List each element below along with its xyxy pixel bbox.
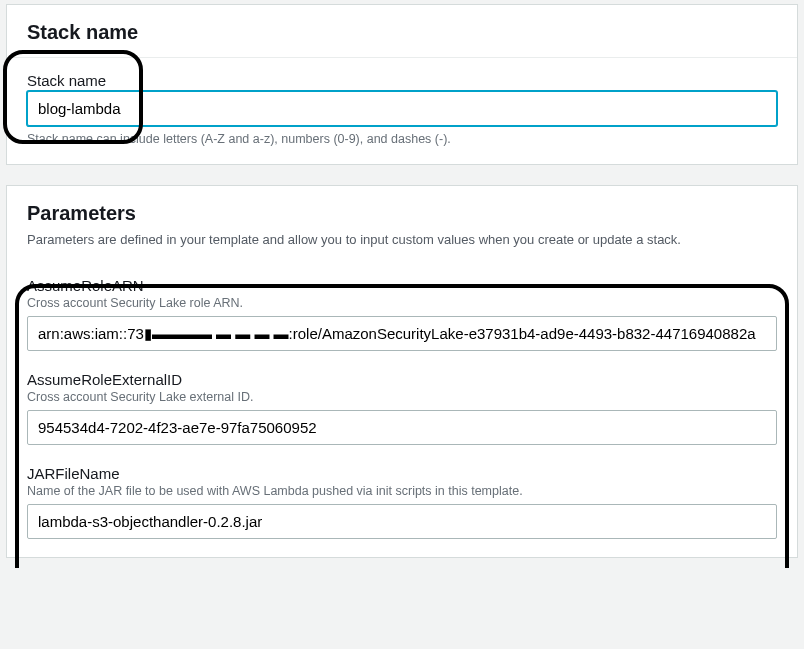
stack-name-helper: Stack name can include letters (A-Z and … [27,132,777,146]
stack-name-field-label: Stack name [27,72,777,89]
param-jarfilename-input[interactable] [27,504,777,539]
stack-name-header: Stack name [7,5,797,58]
parameters-subtitle: Parameters are defined in your template … [27,232,777,247]
param-jarfilename: JARFileName Name of the JAR file to be u… [27,465,777,539]
parameters-body: AssumeRoleARN Cross account Security Lak… [7,259,797,557]
param-assumeroleexternalid-name: AssumeRoleExternalID [27,371,777,388]
stack-name-panel: Stack name Stack name Stack name can inc… [6,4,798,165]
stack-name-input[interactable] [27,91,777,126]
param-assumeroleexternalid: AssumeRoleExternalID Cross account Secur… [27,371,777,445]
param-assumerolearn-desc: Cross account Security Lake role ARN. [27,296,777,310]
param-assumeroleexternalid-input[interactable] [27,410,777,445]
parameters-title: Parameters [27,200,777,226]
stack-name-title: Stack name [27,19,777,45]
stack-name-body: Stack name Stack name can include letter… [7,58,797,164]
parameters-panel: Parameters Parameters are defined in you… [6,185,798,558]
param-assumeroleexternalid-desc: Cross account Security Lake external ID. [27,390,777,404]
param-jarfilename-name: JARFileName [27,465,777,482]
param-assumerolearn: AssumeRoleARN Cross account Security Lak… [27,277,777,351]
parameters-header: Parameters Parameters are defined in you… [7,186,797,259]
param-assumerolearn-input[interactable] [27,316,777,351]
param-jarfilename-desc: Name of the JAR file to be used with AWS… [27,484,777,498]
param-assumerolearn-name: AssumeRoleARN [27,277,777,294]
